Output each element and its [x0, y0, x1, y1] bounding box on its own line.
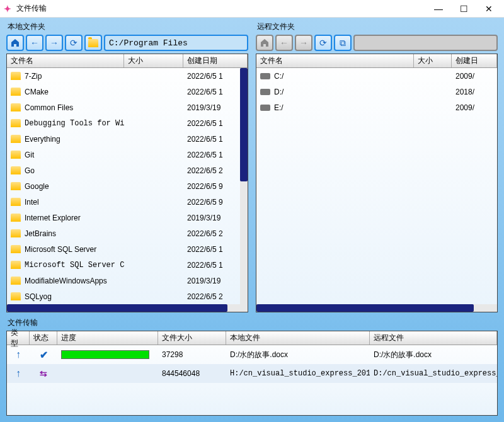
list-item[interactable]: Intel2022/6/5 9	[7, 194, 240, 210]
list-item[interactable]: Debugging Tools for Wi…2022/6/5 1	[7, 115, 240, 131]
col-name[interactable]: 文件名	[7, 54, 124, 67]
file-name: Microsoft SQL Server C…	[25, 261, 124, 270]
file-date: 2022/6/5 1	[183, 135, 240, 144]
transfer-header: 类型 状态 进度 文件大小 本地文件 远程文件	[7, 331, 497, 345]
window-title: 文件传输	[16, 3, 426, 14]
col-local[interactable]: 本地文件	[226, 331, 370, 345]
drive-name: E:/	[274, 103, 284, 112]
col-type[interactable]: 类型	[7, 331, 30, 345]
folder-icon	[11, 261, 21, 269]
folder-icon	[11, 166, 21, 174]
file-date: 2022/6/5 1	[183, 261, 240, 270]
scrollbar-thumb[interactable]	[256, 304, 474, 312]
list-item[interactable]: Internet Explorer2019/3/19	[7, 210, 240, 225]
list-item[interactable]: Google2022/6/5 9	[7, 178, 240, 194]
drive-date: 2009/	[452, 103, 497, 112]
remote-horizontal-scrollbar[interactable]	[256, 304, 497, 312]
folder-icon	[11, 214, 21, 222]
local-horizontal-scrollbar[interactable]	[7, 304, 248, 312]
forward-button[interactable]: →	[295, 35, 312, 51]
close-button[interactable]: ✕	[476, 1, 501, 17]
check-icon: ✔	[40, 349, 48, 361]
file-name: Microsoft SQL Server	[25, 245, 96, 254]
transfer-row[interactable]: ↑⇆844546048H:/cn_visual_studio_express_2…	[7, 364, 497, 383]
col-size[interactable]: 大小	[124, 54, 183, 67]
file-name: Internet Explorer	[25, 214, 81, 222]
list-item[interactable]: Go2022/6/5 2	[7, 163, 240, 178]
upload-arrow-icon: ↑	[16, 349, 21, 360]
file-name: Intel	[25, 198, 39, 207]
list-item[interactable]: D:/2018/	[256, 84, 497, 100]
col-progress[interactable]: 进度	[57, 331, 158, 345]
list-item[interactable]: JetBrains2022/6/5 2	[7, 225, 240, 241]
list-item[interactable]: ModifiableWindowsApps2019/3/19	[7, 273, 240, 288]
col-date[interactable]: 创建日	[452, 54, 497, 67]
transfer-section: 文件传输 类型 状态 进度 文件大小 本地文件 远程文件 ↑✔37298D:/水…	[6, 317, 498, 416]
file-date: 2022/6/5 9	[183, 182, 240, 191]
open-folder-button[interactable]	[84, 35, 102, 51]
col-name[interactable]: 文件名	[256, 54, 414, 67]
drive-icon	[260, 105, 270, 111]
local-file-path: D:/水的故事.docx	[226, 350, 370, 360]
file-date: 2019/3/19	[183, 214, 240, 222]
scrollbar-thumb[interactable]	[7, 304, 227, 312]
file-name: Common Files	[25, 103, 73, 112]
col-size[interactable]: 大小	[414, 54, 452, 67]
file-name: Google	[25, 182, 49, 191]
list-item[interactable]: Everything2022/6/5 1	[7, 131, 240, 147]
home-button[interactable]	[256, 35, 273, 51]
list-item[interactable]: E:/2009/	[256, 100, 497, 115]
transfer-list: 类型 状态 进度 文件大小 本地文件 远程文件 ↑✔37298D:/水的故事.d…	[6, 331, 498, 416]
col-date[interactable]: 创建日期	[183, 54, 248, 67]
folder-icon	[11, 182, 21, 190]
col-size[interactable]: 文件大小	[158, 331, 226, 345]
local-vertical-scrollbar[interactable]	[240, 68, 248, 304]
minimize-button[interactable]: —	[426, 1, 451, 17]
local-file-path: H:/cn_visual_studio_express_2013_…	[226, 369, 370, 378]
remote-toolbar: ← → ⟳ ⧉	[256, 35, 498, 51]
list-item[interactable]: 7-Zip2022/6/5 1	[7, 68, 240, 84]
list-item[interactable]: Common Files2019/3/19	[7, 100, 240, 115]
file-name: Go	[25, 166, 35, 175]
file-date: 2022/6/5 2	[183, 292, 240, 301]
back-button[interactable]: ←	[26, 35, 43, 51]
file-name: ModifiableWindowsApps	[25, 277, 107, 285]
list-item[interactable]: SQLyog2022/6/5 2	[7, 288, 240, 304]
home-button[interactable]	[6, 35, 24, 51]
remote-path-input[interactable]	[353, 35, 498, 51]
local-panel: 本地文件夹 ← → ⟳ 文件名 大小 创建日期 7-Zip2022/6/5 1C…	[6, 21, 248, 312]
forward-button[interactable]: →	[45, 35, 63, 51]
folder-icon	[11, 103, 21, 111]
refresh-button[interactable]: ⟳	[314, 35, 332, 51]
drive-date: 2009/	[452, 72, 497, 81]
maximize-button[interactable]: ☐	[451, 1, 476, 17]
remote-file-path: D:/cn_visual_studio_express_2013_…	[370, 369, 497, 378]
transfer-row[interactable]: ↑✔37298D:/水的故事.docxD:/水的故事.docx	[7, 345, 497, 364]
list-item[interactable]: Microsoft SQL Server2022/6/5 1	[7, 241, 240, 257]
col-remote[interactable]: 远程文件	[370, 331, 497, 345]
file-date: 2022/6/5 1	[183, 151, 240, 159]
file-name: CMake	[25, 88, 49, 96]
list-item[interactable]: Git2022/6/5 1	[7, 147, 240, 163]
drive-name: C:/	[274, 72, 284, 81]
file-name: Everything	[25, 135, 60, 144]
back-button[interactable]: ←	[275, 35, 293, 51]
remote-panel-title: 远程文件夹	[256, 21, 498, 32]
col-status[interactable]: 状态	[30, 331, 57, 345]
folder-icon	[11, 245, 21, 253]
sync-icon: ⇆	[40, 368, 47, 379]
local-path-input[interactable]	[104, 35, 248, 51]
refresh-button[interactable]: ⟳	[65, 35, 83, 51]
scrollbar-thumb[interactable]	[240, 68, 248, 181]
folder-icon	[11, 72, 21, 80]
list-item[interactable]: CMake2022/6/5 1	[7, 84, 240, 100]
list-item[interactable]: Microsoft SQL Server C…2022/6/5 1	[7, 257, 240, 273]
file-name: 7-Zip	[25, 72, 42, 81]
drive-icon	[260, 73, 270, 79]
file-date: 2022/6/5 1	[183, 119, 240, 128]
list-item[interactable]: C:/2009/	[256, 68, 497, 84]
drive-date: 2018/	[452, 88, 497, 96]
file-date: 2022/6/5 1	[183, 72, 240, 81]
copy-button[interactable]: ⧉	[334, 35, 352, 51]
folder-icon	[11, 198, 21, 206]
